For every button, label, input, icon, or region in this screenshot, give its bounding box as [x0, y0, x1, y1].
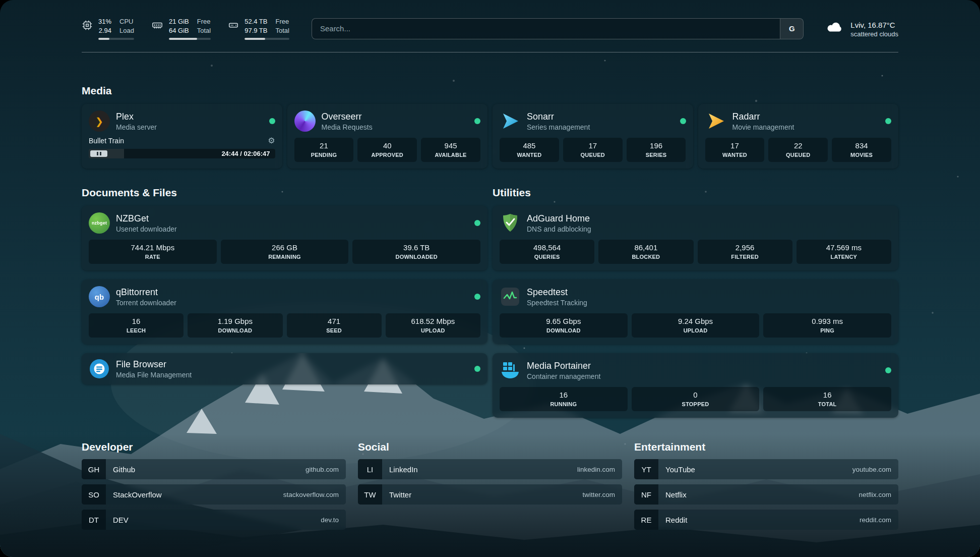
service-description: Speedtest Tracking [527, 299, 587, 307]
playback-time: 24:44 / 02:06:47 [221, 150, 275, 157]
status-dot [474, 118, 480, 124]
stat-remaining: 266 GB REMAINING [221, 240, 349, 264]
status-dot [885, 367, 891, 373]
pause-button[interactable] [90, 150, 107, 157]
header-divider [82, 52, 898, 52]
bookmark-name: YouTube [658, 465, 695, 474]
dashboard-content: 31% 2.94 CPU Load [0, 0, 980, 557]
service-description: Movie management [732, 123, 794, 131]
bookmark-youtube[interactable]: YT YouTube youtube.com [634, 459, 898, 479]
weather-condition: scattered clouds [850, 30, 898, 38]
disk-progress-bar [244, 38, 289, 40]
qbittorrent-icon: qb [89, 286, 110, 307]
bookmark-github[interactable]: GH Github github.com [82, 459, 346, 479]
stat-movies: 834 MOVIES [832, 138, 891, 162]
memory-widget: 21 GiB 64 GiB Free Total [151, 17, 211, 40]
memory-progress-bar [169, 38, 211, 40]
bookmark-stackoverflow[interactable]: SO StackOverflow stackoverflow.com [82, 484, 346, 505]
stat-download: 9.65 Gbps DOWNLOAD [500, 313, 628, 338]
stat-latency: 47.569 ms LATENCY [797, 240, 891, 264]
memory-free-label: Free [197, 17, 211, 26]
bookmark-twitter[interactable]: TW Twitter twitter.com [358, 484, 622, 505]
status-dot [680, 118, 686, 124]
service-card-qbittorrent[interactable]: qb qBittorrent Torrent downloader 16 [82, 280, 487, 344]
bookmark-url: dev.to [321, 516, 346, 524]
service-card-nzbget[interactable]: nzbget NZBGet Usenet downloader 744.21 M… [82, 206, 487, 270]
top-bar: 31% 2.94 CPU Load [82, 17, 898, 40]
bookmark-name: Netflix [658, 490, 687, 499]
bookmark-reddit[interactable]: RE Reddit reddit.com [634, 510, 898, 530]
bookmark-name: Github [106, 465, 135, 474]
service-card-portainer[interactable]: Media Portainer Container management 16 … [493, 353, 898, 418]
bookmarks-grid: Developer GH Github github.com SO StackO… [82, 441, 898, 530]
disk-total-label: Total [275, 26, 289, 35]
bookmark-name: StackOverflow [106, 490, 162, 499]
service-card-adguard[interactable]: AdGuard Home DNS and adblocking 498,564 … [493, 206, 898, 270]
bookmark-abbr: LI [358, 459, 382, 479]
status-dot [885, 118, 891, 124]
section-utilities: Utilities [493, 187, 898, 418]
adguard-shield-icon [500, 212, 521, 234]
service-card-speedtest[interactable]: Speedtest Speedtest Tracking 9.65 Gbps D… [493, 280, 898, 344]
service-card-plex[interactable]: ❯ Plex Media server Bullet Train ⚙ [82, 104, 282, 169]
stat-queued: 22 QUEUED [768, 138, 828, 162]
status-dot [269, 118, 275, 124]
bookmark-dev[interactable]: DT DEV dev.to [82, 510, 346, 530]
section-social: Social LI LinkedIn linkedin.com TW Twitt… [358, 441, 622, 530]
service-card-sonarr[interactable]: Sonarr Series management 485 WANTED 17 Q… [493, 104, 693, 169]
playback-progress-bar[interactable]: 24:44 / 02:06:47 [89, 149, 275, 158]
bookmark-url: github.com [305, 466, 346, 473]
bookmark-linkedin[interactable]: LI LinkedIn linkedin.com [358, 459, 622, 479]
stat-wanted: 17 WANTED [705, 138, 765, 162]
stat-seed: 471 SEED [287, 313, 382, 338]
gear-icon[interactable]: ⚙ [268, 137, 275, 145]
status-dot [474, 366, 480, 372]
search-provider-button[interactable]: G [780, 19, 803, 39]
status-dot [474, 220, 480, 226]
cpu-progress-bar [98, 38, 134, 40]
cpu-chip-icon [82, 17, 93, 33]
service-name: qBittorrent [116, 287, 176, 298]
memory-free-value: 21 GiB [169, 17, 189, 26]
bookmark-name: Twitter [382, 490, 411, 499]
bookmark-abbr: TW [358, 484, 382, 505]
bookmark-abbr: GH [82, 459, 106, 479]
memory-total-value: 64 GiB [169, 26, 189, 35]
cpu-label: CPU [119, 17, 134, 26]
bookmark-abbr: DT [82, 510, 106, 530]
cpu-body: 31% 2.94 CPU Load [98, 17, 134, 40]
bookmark-abbr: RE [634, 510, 658, 530]
service-name: NZBGet [116, 213, 177, 224]
service-description: Series management [527, 123, 590, 131]
section-entertainment: Entertainment YT YouTube youtube.com NF … [634, 441, 898, 530]
service-description: Usenet downloader [116, 225, 177, 233]
stat-queries: 498,564 QUERIES [500, 240, 594, 264]
stat-leech: 16 LEECH [89, 313, 183, 338]
bookmark-url: netflix.com [859, 491, 898, 498]
media-section-title: Media [82, 85, 898, 97]
stat-total: 16 TOTAL [763, 387, 891, 411]
developer-section-title: Developer [82, 441, 346, 453]
service-description: Torrent downloader [116, 299, 176, 307]
status-dot [474, 294, 480, 300]
middle-columns: Documents & Files nzbget NZBGet Usenet d… [82, 187, 898, 418]
service-name: Radarr [732, 112, 794, 122]
utilities-section-title: Utilities [493, 187, 898, 199]
disk-body: 52.4 TB 97.9 TB Free Total [244, 17, 289, 40]
bookmark-netflix[interactable]: NF Netflix netflix.com [634, 484, 898, 505]
bookmark-url: reddit.com [860, 516, 898, 524]
service-card-radarr[interactable]: Radarr Movie management 17 WANTED 22 QUE… [698, 104, 899, 169]
disk-free-label: Free [275, 17, 289, 26]
stat-blocked: 86,401 BLOCKED [598, 240, 693, 264]
overseerr-icon [294, 110, 316, 132]
bookmark-name: LinkedIn [382, 465, 418, 474]
bookmark-name: Reddit [658, 516, 687, 524]
bookmark-url: linkedin.com [577, 466, 622, 473]
service-card-overseerr[interactable]: Overseerr Media Requests 21 PENDING 40 A… [287, 104, 488, 169]
stat-approved: 40 APPROVED [357, 138, 417, 162]
search-input[interactable] [312, 19, 780, 39]
service-card-filebrowser[interactable]: File Browser Media File Management [82, 353, 487, 384]
media-grid: ❯ Plex Media server Bullet Train ⚙ [82, 104, 898, 169]
filebrowser-icon [89, 358, 110, 379]
cloud-icon [826, 21, 844, 36]
